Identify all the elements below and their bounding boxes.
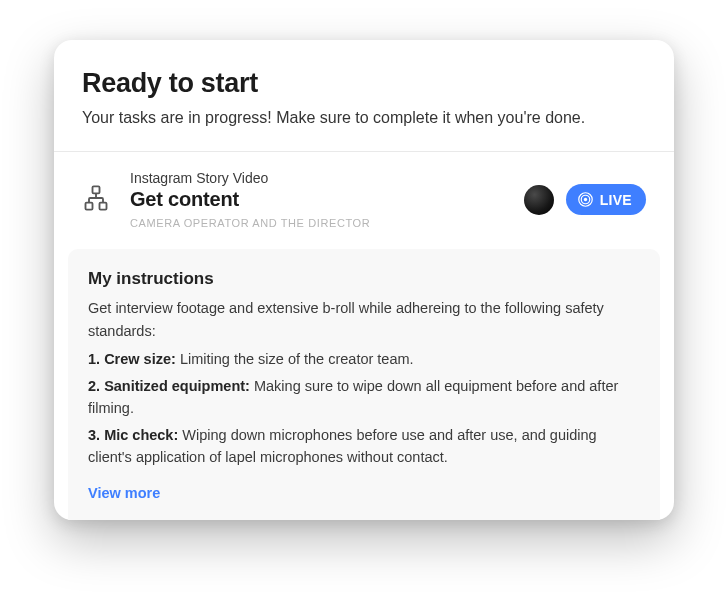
card-header: Ready to start Your tasks are in progres… <box>54 40 674 152</box>
broadcast-icon <box>577 191 594 208</box>
instructions-panel: My instructions Get interview footage an… <box>68 249 660 519</box>
svg-rect-2 <box>100 203 107 210</box>
task-type-icon <box>82 184 110 216</box>
live-label: LIVE <box>600 192 632 208</box>
svg-point-3 <box>583 198 586 201</box>
instruction-item: 1. Crew size: Limiting the size of the c… <box>88 348 640 370</box>
instructions-title: My instructions <box>88 269 640 289</box>
task-eyebrow: Instagram Story Video <box>130 170 524 186</box>
view-more-link[interactable]: View more <box>88 485 160 501</box>
task-card: Ready to start Your tasks are in progres… <box>54 40 674 520</box>
instruction-item: 3. Mic check: Wiping down microphones be… <box>88 424 640 469</box>
avatar[interactable] <box>524 185 554 215</box>
live-badge[interactable]: LIVE <box>566 184 646 215</box>
hierarchy-icon <box>82 184 110 212</box>
card-subtitle: Your tasks are in progress! Make sure to… <box>82 107 646 129</box>
svg-rect-0 <box>93 186 100 193</box>
instruction-item: 2. Sanitized equipment: Making sure to w… <box>88 375 640 420</box>
task-role: CAMERA OPERATOR AND THE DIRECTOR <box>130 217 524 229</box>
task-title: Get content <box>130 188 524 211</box>
task-meta: Instagram Story Video Get content CAMERA… <box>130 170 524 229</box>
instructions-lead: Get interview footage and extensive b-ro… <box>88 297 640 342</box>
task-row: Instagram Story Video Get content CAMERA… <box>54 152 674 249</box>
task-right: LIVE <box>524 184 646 215</box>
card-title: Ready to start <box>82 68 646 99</box>
svg-rect-1 <box>86 203 93 210</box>
